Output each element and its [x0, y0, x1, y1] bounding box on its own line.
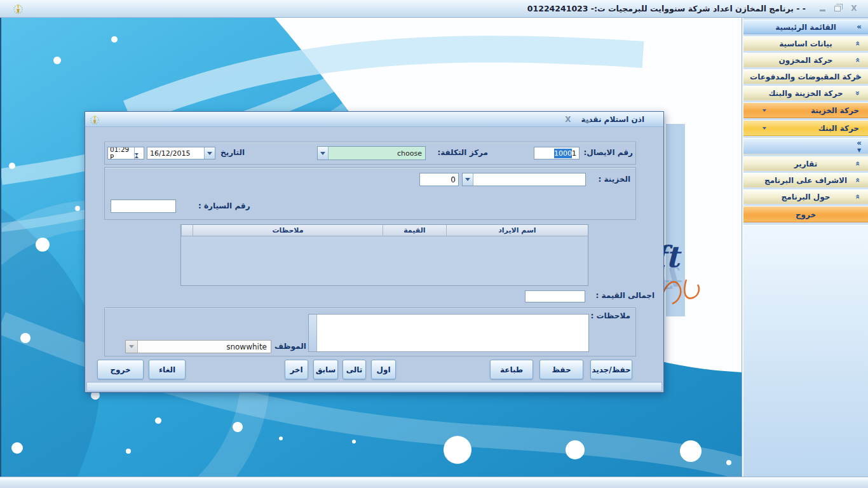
spinner-down-icon[interactable]: [135, 156, 144, 159]
status-bar: [0, 477, 868, 488]
revenue-table[interactable]: اسم الايراد القيمة ملاحظات: [180, 224, 588, 286]
header-fields-group: رقم الايصال: 10001 مركز التكلفة: choose …: [104, 142, 636, 165]
column-header-value[interactable]: القيمة: [383, 225, 446, 236]
sidebar: القائمة الرئيسية » بيانات اساسية » حركة …: [742, 18, 868, 477]
sidebar-item-label: حركة المقبوضات والمدفوعات: [750, 72, 862, 81]
sidebar-item-receipts-payments[interactable]: حركة المقبوضات والمدفوعات »: [743, 69, 868, 84]
first-record-button[interactable]: اول: [371, 360, 396, 379]
sidebar-item-more[interactable]: » ▼: [743, 138, 868, 154]
receipt-number-field[interactable]: 10001: [534, 147, 580, 159]
notes-label: ملاحظات :: [591, 311, 630, 320]
chevron-down-icon[interactable]: [318, 147, 329, 159]
date-label: التاريخ: [220, 148, 245, 157]
sidebar-item-treasury-movement[interactable]: حركة الخزينة: [743, 102, 868, 118]
double-chevron-down-icon: »: [851, 161, 865, 166]
treasury-amount-value: 0: [451, 175, 456, 184]
receipt-number-selected-text: 1000: [554, 149, 572, 158]
cancel-button[interactable]: الغاء: [149, 360, 186, 379]
treasury-label: الخزينة :: [599, 175, 630, 184]
treasury-amount-field[interactable]: 0: [419, 173, 459, 186]
sidebar-item-basic-data[interactable]: بيانات اساسية »: [743, 36, 868, 51]
chevron-down-icon[interactable]: [204, 147, 215, 159]
print-button[interactable]: طباعة: [490, 360, 533, 379]
app-title: - - برنامج المخازن اعداد شركة سنووايت لل…: [527, 0, 806, 18]
notes-textarea[interactable]: [308, 314, 589, 352]
sidebar-item-inventory-movement[interactable]: حركة المخزون »: [743, 53, 868, 67]
dialog-close-icon[interactable]: X: [562, 114, 574, 125]
time-value: 01:29 P: [108, 147, 134, 159]
column-header-notes[interactable]: ملاحظات: [193, 225, 383, 236]
chevron-down-icon[interactable]: [463, 173, 473, 186]
dialog-minimize-icon[interactable]: [581, 114, 593, 125]
sidebar-item-treasury-bank[interactable]: حركة الخزينة والبنك »: [743, 86, 868, 100]
time-spinner[interactable]: 01:29 P: [107, 147, 144, 159]
sidebar-item-supervision[interactable]: الاشراف على البرنامج »: [743, 173, 868, 187]
treasury-group: الخزينة : 0 رقم السيارة :: [104, 167, 636, 220]
sidebar-item-label: القائمة الرئيسية: [775, 23, 836, 32]
sidebar-item-label: حول البرنامج: [782, 193, 831, 201]
next-record-button[interactable]: تالى: [342, 360, 366, 379]
sidebar-item-reports[interactable]: تقارير »: [743, 156, 868, 171]
double-chevron-down-icon: »: [851, 74, 865, 79]
cost-center-label: مركز التكلفة:: [437, 148, 488, 157]
row-selector-header: [181, 225, 193, 236]
minimize-icon[interactable]: [816, 3, 829, 15]
dropdown-arrow-icon: ▼: [857, 147, 862, 154]
double-chevron-up-icon: »: [851, 91, 865, 96]
total-value-label: اجمالى القيمة :: [595, 291, 654, 300]
double-chevron-icon: »: [857, 20, 862, 34]
sidebar-item-label: بيانات اساسية: [779, 39, 832, 48]
cost-center-combo[interactable]: choose: [317, 146, 426, 160]
dialog-bottom-strip: [86, 382, 662, 391]
double-chevron-down-icon: »: [851, 178, 865, 183]
save-new-button[interactable]: حفظ/جديد: [590, 360, 632, 379]
chevron-down-icon[interactable]: [126, 341, 138, 353]
save-button[interactable]: حفظ: [539, 360, 583, 379]
receipt-number-rest-text: 1: [572, 149, 576, 158]
dialog-icon: [90, 114, 100, 125]
double-chevron-down-icon: »: [851, 194, 865, 200]
close-icon[interactable]: X: [848, 3, 860, 15]
sidebar-filler-panel: [743, 225, 868, 477]
sidebar-item-label: حركة البنك: [818, 124, 859, 133]
column-header-revenue-name[interactable]: اسم الايراد: [446, 225, 588, 236]
revenue-table-header: اسم الايراد القيمة ملاحظات: [181, 225, 588, 236]
app-titlebar: - - برنامج المخازن اعداد شركة سنووايت لل…: [0, 0, 868, 18]
exit-button[interactable]: خروج: [97, 360, 144, 379]
employee-value: snowwhite: [138, 342, 271, 351]
notes-scrollbar[interactable]: [309, 315, 317, 351]
double-chevron-down-icon: »: [851, 41, 865, 46]
double-chevron-down-icon: »: [851, 58, 865, 63]
app-icon: [13, 3, 24, 14]
sidebar-item-label: حركة المخزون: [778, 56, 832, 65]
treasury-combo[interactable]: [462, 173, 586, 186]
sidebar-item-label: خروج: [796, 210, 816, 219]
employee-label: الموظف: [275, 342, 306, 351]
last-record-button[interactable]: اخر: [285, 360, 308, 379]
cost-center-value: choose: [329, 149, 425, 158]
receipt-number-label: رقم الايصال:: [584, 148, 633, 157]
sidebar-item-about[interactable]: حول البرنامج »: [743, 189, 868, 204]
car-number-field[interactable]: [111, 200, 176, 213]
more-chevron-icon: » ▼: [857, 140, 862, 154]
dropdown-arrow-icon: [763, 121, 766, 135]
notes-group: ملاحظات : الموظف snowwhite: [104, 308, 636, 356]
sidebar-item-label: الاشراف على البرنامج: [764, 176, 847, 185]
sidebar-item-label: حركة الخزينة والبنك: [768, 89, 843, 98]
sidebar-item-label: حركة الخزينة: [811, 106, 859, 115]
car-number-label: رقم السيارة :: [198, 201, 250, 210]
restore-icon[interactable]: [831, 3, 844, 15]
date-value: 16/12/2015: [147, 149, 204, 158]
sidebar-item-bank-movement[interactable]: حركة البنك: [743, 120, 868, 136]
total-value-field[interactable]: [525, 290, 585, 302]
dialog-titlebar: اذن استلام نقدية X: [85, 112, 663, 127]
cash-receipt-dialog: اذن استلام نقدية X رقم الايصال: 10001 مر…: [85, 111, 664, 393]
dropdown-arrow-icon: [763, 103, 766, 118]
date-picker[interactable]: 16/12/2015: [147, 147, 215, 159]
sidebar-item-main-menu[interactable]: القائمة الرئيسية »: [743, 20, 868, 34]
spinner-buttons[interactable]: [134, 147, 144, 159]
sidebar-item-label: تقارير: [794, 159, 818, 168]
previous-record-button[interactable]: سابق: [313, 360, 338, 379]
sidebar-item-exit[interactable]: خروج: [743, 206, 868, 222]
employee-combo[interactable]: snowwhite: [125, 340, 271, 353]
